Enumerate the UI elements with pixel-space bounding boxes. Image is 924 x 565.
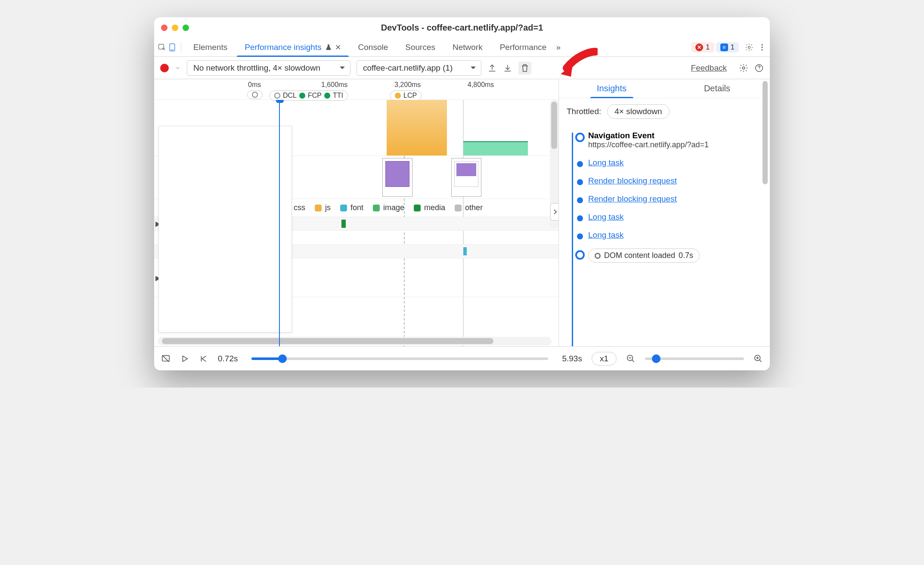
tab-insights[interactable]: Insights <box>559 79 664 98</box>
svg-point-9 <box>759 70 759 70</box>
tab-console[interactable]: Console <box>350 39 396 56</box>
marker-dcl-label: DCL <box>283 92 297 99</box>
window-minimize-button[interactable] <box>172 25 178 31</box>
record-options-chevron-icon[interactable] <box>175 63 181 73</box>
insight-long-task-2[interactable]: Long task <box>567 208 762 226</box>
tab-label: Performance insights <box>245 43 321 52</box>
insight-link[interactable]: Render blocking request <box>588 176 677 185</box>
insights-panel: Insights Details Throttled: 4× slowdown … <box>559 79 770 346</box>
total-duration: 5.93s <box>562 354 582 363</box>
legend-swatch-js <box>315 205 322 211</box>
legend-label-css: css <box>294 203 305 212</box>
window-titlebar: DevTools - coffee-cart.netlify.app/?ad=1 <box>154 17 770 38</box>
marker-dcl-fcp-tti[interactable]: DCL FCP TTI <box>270 90 348 101</box>
insight-dcl[interactable]: DOM content loaded 0.7s <box>567 244 762 267</box>
timeline-tracks[interactable]: css js font image media other ▶ ▶ <box>154 100 558 346</box>
marker-lcp-dot-icon <box>395 93 401 99</box>
insight-link[interactable]: Long task <box>588 158 623 167</box>
filmstrip-thumb-1[interactable] <box>382 158 412 197</box>
timeline-player: 0.72s 5.93s x1 <box>154 346 770 370</box>
svg-point-4 <box>761 44 763 45</box>
delete-icon[interactable] <box>518 62 531 75</box>
timeline-hscroll[interactable] <box>158 337 552 345</box>
ruler-tick-0: 0ms <box>248 81 261 89</box>
help-icon[interactable] <box>754 63 764 73</box>
tab-network[interactable]: Network <box>445 39 490 56</box>
lane1-seg[interactable] <box>341 220 346 228</box>
timeline-dot-icon <box>577 233 583 239</box>
disable-screenshots-icon[interactable] <box>161 354 171 363</box>
error-count: 1 <box>706 43 710 52</box>
panel-settings-gear-icon[interactable] <box>739 63 748 73</box>
recording-select[interactable]: coffee-cart.netlify.app (1) <box>357 60 481 76</box>
tab-close-icon[interactable]: × <box>335 42 341 53</box>
marker-lcp-label: LCP <box>403 92 417 99</box>
legend-swatch-image <box>373 205 380 211</box>
timeline-dot-icon <box>577 179 583 185</box>
import-icon[interactable] <box>503 63 512 73</box>
playhead-time: 0.72s <box>218 354 238 363</box>
feedback-link[interactable]: Feedback <box>691 63 727 73</box>
tab-performance[interactable]: Performance <box>492 39 555 56</box>
throttled-label: Throttled: <box>567 107 601 116</box>
insight-long-task-1[interactable]: Long task <box>567 154 762 172</box>
perf-insights-toolbar: No network throttling, 4× slowdown coffe… <box>154 57 770 79</box>
marker-badge-circle[interactable] <box>247 90 263 99</box>
play-icon[interactable] <box>180 354 189 363</box>
marker-fcp-dot-icon <box>299 93 305 99</box>
insight-link[interactable]: Render blocking request <box>588 194 677 203</box>
svg-point-6 <box>761 49 763 50</box>
zoom-in-icon[interactable] <box>753 354 763 363</box>
more-tabs-icon[interactable]: » <box>556 43 561 52</box>
feedback-icon: ≡ <box>720 43 728 51</box>
insights-vscroll[interactable] <box>761 79 769 346</box>
zoom-out-icon[interactable] <box>626 354 636 363</box>
kebab-menu-icon[interactable] <box>758 43 766 52</box>
rewind-icon[interactable] <box>199 354 208 363</box>
timeline-ruler[interactable]: 0ms 1,600ms 3,200ms 4,800ms DCL FCP TTI <box>154 79 558 100</box>
lane3-seg[interactable] <box>463 247 467 255</box>
legend-label-js: js <box>325 203 331 212</box>
marker-lcp[interactable]: LCP <box>390 90 422 101</box>
record-button[interactable] <box>160 64 169 72</box>
insight-long-task-3[interactable]: Long task <box>567 226 762 244</box>
timeline-dot-icon <box>577 161 583 167</box>
throttled-value[interactable]: 4× slowdown <box>607 104 669 119</box>
inspect-element-icon[interactable] <box>158 43 166 52</box>
export-icon[interactable] <box>487 63 497 73</box>
tab-elements[interactable]: Elements <box>186 39 235 56</box>
settings-gear-icon[interactable] <box>745 43 753 52</box>
throttle-summary: Throttled: 4× slowdown <box>559 98 770 125</box>
tab-sources[interactable]: Sources <box>397 39 443 56</box>
insight-navigation-event[interactable]: Navigation Event https://coffee-cart.net… <box>567 127 762 154</box>
insight-link[interactable]: Long task <box>588 212 623 221</box>
error-badge[interactable]: ✕ 1 <box>691 42 714 53</box>
feedback-badge[interactable]: ≡ 1 <box>716 42 739 53</box>
seek-knob[interactable] <box>278 354 287 363</box>
dcl-chip[interactable]: DOM content loaded 0.7s <box>588 248 700 263</box>
insight-render-block-1[interactable]: Render blocking request <box>567 172 762 190</box>
window-close-button[interactable] <box>161 25 167 31</box>
window-zoom-button[interactable] <box>183 25 189 31</box>
marker-tti-dot-icon <box>324 93 330 99</box>
zoom-knob[interactable] <box>652 354 660 363</box>
tab-details[interactable]: Details <box>664 79 770 98</box>
overview-block-orange <box>387 100 447 155</box>
throttling-select-value: No network throttling, 4× slowdown <box>193 63 320 72</box>
legend-label-font: font <box>350 203 363 212</box>
playback-speed[interactable]: x1 <box>592 352 617 366</box>
playhead[interactable] <box>279 100 280 346</box>
filmstrip-thumb-2[interactable] <box>451 158 481 197</box>
throttling-select[interactable]: No network throttling, 4× slowdown <box>187 60 350 76</box>
ruler-tick-3: 4,800ms <box>468 81 494 89</box>
zoom-slider[interactable] <box>645 357 744 360</box>
insights-timeline: Navigation Event https://coffee-cart.net… <box>559 125 770 346</box>
insight-link[interactable]: Long task <box>588 230 623 239</box>
insight-render-block-2[interactable]: Render blocking request <box>567 190 762 208</box>
panel-collapse-handle[interactable] <box>550 203 558 220</box>
device-toggle-icon[interactable] <box>168 43 177 52</box>
marker-fcp-label: FCP <box>308 92 322 99</box>
seek-slider[interactable] <box>251 357 548 360</box>
tab-performance-insights[interactable]: Performance insights × <box>237 38 348 56</box>
window-title: DevTools - coffee-cart.netlify.app/?ad=1 <box>154 23 770 33</box>
